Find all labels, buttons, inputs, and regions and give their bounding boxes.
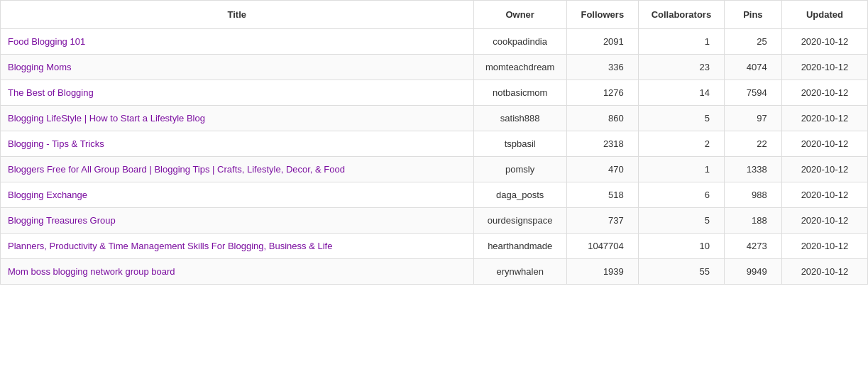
cell-owner: notbasicmom [473,80,566,106]
cell-followers: 470 [566,157,638,182]
cell-followers: 1276 [566,80,638,106]
cell-owner: ourdesignspace [473,208,566,234]
cell-collaborators: 2 [638,131,724,157]
cell-pins: 4273 [724,234,781,259]
cell-pins: 97 [724,106,781,131]
cell-owner: satish888 [473,106,566,131]
title-link[interactable]: Planners, Productivity & Time Management… [8,241,332,251]
cell-followers: 1939 [566,259,638,285]
cell-collaborators: 23 [638,55,724,80]
table-header-row: Title Owner Followers Collaborators Pins… [1,1,868,29]
cell-followers: 860 [566,106,638,131]
cell-pins: 988 [724,182,781,208]
col-header-followers: Followers [566,1,638,29]
col-header-updated: Updated [781,1,867,29]
title-link[interactable]: Blogging LifeStyle | How to Start a Life… [8,113,205,124]
cell-pins: 1338 [724,157,781,182]
cell-pins: 7594 [724,80,781,106]
cell-owner: momteachdream [473,55,566,80]
cell-updated: 2020-10-12 [781,131,867,157]
col-header-owner: Owner [473,1,566,29]
title-link[interactable]: Blogging Moms [8,62,72,72]
table-row: Blogging - Tips & Trickstspbasil23182222… [1,131,868,157]
title-link[interactable]: Blogging Treasures Group [8,215,116,226]
cell-pins: 188 [724,208,781,234]
cell-updated: 2020-10-12 [781,55,867,80]
cell-updated: 2020-10-12 [781,80,867,106]
cell-followers: 1047704 [566,234,638,259]
cell-updated: 2020-10-12 [781,208,867,234]
cell-collaborators: 55 [638,259,724,285]
cell-followers: 336 [566,55,638,80]
cell-title[interactable]: Blogging Exchange [1,182,474,208]
title-link[interactable]: Blogging - Tips & Tricks [8,138,104,149]
cell-pins: 22 [724,131,781,157]
cell-updated: 2020-10-12 [781,29,867,55]
cell-updated: 2020-10-12 [781,234,867,259]
cell-updated: 2020-10-12 [781,259,867,285]
table-row: Bloggers Free for All Group Board | Blog… [1,157,868,182]
cell-owner: pomsly [473,157,566,182]
cell-owner: tspbasil [473,131,566,157]
cell-title[interactable]: Planners, Productivity & Time Management… [1,234,474,259]
cell-updated: 2020-10-12 [781,157,867,182]
cell-owner: erynwhalen [473,259,566,285]
cell-title[interactable]: Mom boss blogging network group board [1,259,474,285]
title-link[interactable]: The Best of Blogging [8,87,94,98]
cell-collaborators: 1 [638,29,724,55]
cell-updated: 2020-10-12 [781,182,867,208]
table-row: Planners, Productivity & Time Management… [1,234,868,259]
cell-collaborators: 5 [638,106,724,131]
col-header-title: Title [1,1,474,29]
cell-collaborators: 1 [638,157,724,182]
cell-collaborators: 5 [638,208,724,234]
cell-collaborators: 10 [638,234,724,259]
cell-followers: 737 [566,208,638,234]
cell-title[interactable]: Blogging Moms [1,55,474,80]
col-header-pins: Pins [724,1,781,29]
cell-followers: 2318 [566,131,638,157]
cell-title[interactable]: The Best of Blogging [1,80,474,106]
table-row: Blogging LifeStyle | How to Start a Life… [1,106,868,131]
table-row: Blogging Momsmomteachdream3362340742020-… [1,55,868,80]
title-link[interactable]: Bloggers Free for All Group Board | Blog… [8,164,345,175]
title-link[interactable]: Food Blogging 101 [8,36,85,47]
cell-followers: 2091 [566,29,638,55]
cell-pins: 25 [724,29,781,55]
cell-pins: 4074 [724,55,781,80]
cell-collaborators: 6 [638,182,724,208]
cell-title[interactable]: Blogging Treasures Group [1,208,474,234]
title-link[interactable]: Blogging Exchange [8,190,87,200]
cell-owner: cookpadindia [473,29,566,55]
cell-title[interactable]: Blogging - Tips & Tricks [1,131,474,157]
table-row: Mom boss blogging network group boardery… [1,259,868,285]
cell-title[interactable]: Food Blogging 101 [1,29,474,55]
title-link[interactable]: Mom boss blogging network group board [8,266,175,277]
cell-collaborators: 14 [638,80,724,106]
main-table: Title Owner Followers Collaborators Pins… [0,0,868,285]
cell-updated: 2020-10-12 [781,106,867,131]
col-header-collaborators: Collaborators [638,1,724,29]
table-row: The Best of Bloggingnotbasicmom127614759… [1,80,868,106]
cell-owner: daga_posts [473,182,566,208]
cell-title[interactable]: Bloggers Free for All Group Board | Blog… [1,157,474,182]
cell-owner: hearthandmade [473,234,566,259]
cell-pins: 9949 [724,259,781,285]
table-row: Blogging Exchangedaga_posts51869882020-1… [1,182,868,208]
table-row: Blogging Treasures Groupourdesignspace73… [1,208,868,234]
cell-followers: 518 [566,182,638,208]
table-row: Food Blogging 101cookpadindia20911252020… [1,29,868,55]
cell-title[interactable]: Blogging LifeStyle | How to Start a Life… [1,106,474,131]
